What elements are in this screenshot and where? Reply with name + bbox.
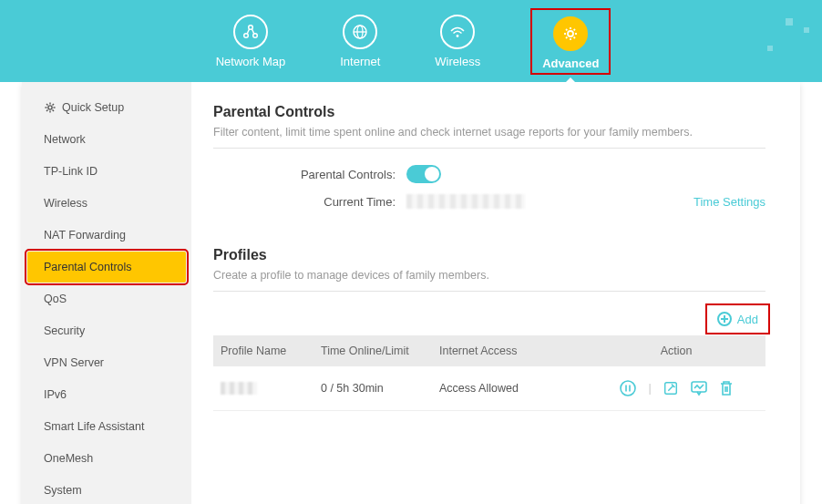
- sidebar-item-label: Network: [44, 133, 86, 146]
- nav-internet[interactable]: Internet: [340, 15, 380, 68]
- svg-point-1: [244, 33, 249, 37]
- sidebar-item-qos[interactable]: QoS: [27, 283, 186, 314]
- network-map-icon: [233, 15, 268, 49]
- main-panel: Parental Controls Filter content, limit …: [191, 82, 800, 504]
- nav-wireless[interactable]: Wireless: [435, 15, 480, 68]
- nav-label: Wireless: [435, 55, 480, 68]
- pause-icon[interactable]: [619, 379, 637, 397]
- insights-icon[interactable]: [690, 380, 708, 396]
- divider: [213, 148, 765, 149]
- col-profile-name: Profile Name: [213, 335, 313, 366]
- edit-icon[interactable]: [663, 380, 679, 396]
- svg-point-25: [621, 381, 635, 396]
- nav-advanced[interactable]: Advanced: [535, 13, 606, 70]
- sidebar-item-tplink-id[interactable]: TP-Link ID: [27, 156, 186, 187]
- svg-point-0: [249, 25, 253, 29]
- plus-icon: [717, 312, 732, 326]
- active-tab-arrow: [560, 77, 581, 88]
- profiles-title: Profiles: [213, 247, 765, 263]
- sidebar-item-label: System: [44, 484, 82, 497]
- page-title: Parental Controls: [213, 104, 765, 120]
- sidebar-item-vpn-server[interactable]: VPN Server: [27, 347, 186, 378]
- svg-line-21: [46, 104, 47, 105]
- nav-label: Network Map: [216, 55, 286, 68]
- sidebar-item-nat-forwarding[interactable]: NAT Forwarding: [27, 220, 186, 251]
- profiles-table: Profile Name Time Online/Limit Internet …: [213, 335, 765, 411]
- svg-line-13: [574, 36, 575, 37]
- svg-line-15: [574, 29, 575, 30]
- internet-access-value: Access Allowed: [432, 366, 587, 411]
- sidebar-item-label: Parental Controls: [44, 261, 132, 273]
- svg-line-12: [566, 29, 567, 30]
- gear-icon: [44, 101, 57, 114]
- sidebar-item-label: Wireless: [44, 197, 87, 210]
- col-access: Internet Access: [432, 335, 587, 366]
- toggle-label: Parental Controls:: [213, 168, 396, 181]
- content-container: Quick Setup Network TP-Link ID Wireless …: [22, 82, 800, 504]
- svg-line-23: [46, 110, 47, 111]
- table-row: 0 / 5h 30min Access Allowed |: [213, 366, 765, 411]
- gear-icon: [553, 16, 588, 51]
- sidebar-item-quick-setup[interactable]: Quick Setup: [27, 92, 186, 123]
- nav-label: Internet: [340, 55, 380, 68]
- sidebar-item-wireless[interactable]: Wireless: [27, 188, 186, 219]
- sidebar-item-ipv6[interactable]: IPv6: [27, 379, 186, 410]
- trash-icon[interactable]: [719, 380, 734, 396]
- parental-toggle-row: Parental Controls:: [213, 165, 765, 183]
- svg-point-16: [48, 106, 52, 109]
- sidebar-item-label: OneMesh: [44, 452, 93, 465]
- col-action: Action: [587, 335, 765, 366]
- parental-controls-toggle[interactable]: [406, 165, 441, 183]
- svg-point-7: [568, 31, 573, 36]
- profiles-desc: Create a profile to manage devices of fa…: [213, 269, 765, 282]
- top-nav: Network Map Internet Wireless Advanced: [0, 0, 822, 82]
- divider: [213, 291, 765, 292]
- time-settings-link[interactable]: Time Settings: [694, 195, 765, 209]
- add-profile-button[interactable]: Add: [710, 308, 765, 330]
- sidebar-item-smart-life[interactable]: Smart Life Assistant: [27, 411, 186, 442]
- add-label: Add: [737, 313, 758, 326]
- sidebar-item-label: Smart Life Assistant: [44, 420, 144, 433]
- sidebar-item-label: Quick Setup: [62, 101, 124, 114]
- sidebar: Quick Setup Network TP-Link ID Wireless …: [22, 82, 191, 504]
- sidebar-item-security[interactable]: Security: [27, 315, 186, 346]
- sidebar-item-label: TP-Link ID: [44, 165, 98, 178]
- globe-icon: [343, 15, 377, 49]
- sidebar-item-label: NAT Forwarding: [44, 229, 126, 242]
- nav-label: Advanced: [542, 57, 599, 70]
- col-time: Time Online/Limit: [313, 335, 432, 366]
- sidebar-item-label: IPv6: [44, 388, 67, 401]
- sidebar-item-label: Security: [44, 324, 85, 337]
- svg-line-24: [53, 104, 54, 105]
- time-online-value: 0 / 5h 30min: [313, 366, 432, 411]
- current-time-value: [406, 194, 525, 209]
- svg-line-22: [53, 110, 54, 111]
- current-time-row: Current Time: Time Settings: [213, 194, 765, 209]
- page-desc: Filter content, limit time spent online …: [213, 126, 765, 139]
- sidebar-item-system[interactable]: System: [27, 475, 186, 504]
- profile-name-value: [221, 382, 257, 395]
- sidebar-item-parental-controls[interactable]: Parental Controls: [27, 252, 186, 283]
- svg-point-6: [457, 35, 459, 37]
- svg-line-14: [566, 36, 567, 37]
- sidebar-item-label: QoS: [44, 293, 67, 305]
- wifi-icon: [440, 15, 475, 49]
- sidebar-item-network[interactable]: Network: [27, 124, 186, 155]
- time-label: Current Time:: [213, 195, 396, 209]
- sidebar-item-onemesh[interactable]: OneMesh: [27, 443, 186, 474]
- svg-point-2: [253, 33, 258, 37]
- sidebar-item-label: VPN Server: [44, 356, 104, 369]
- nav-network-map[interactable]: Network Map: [216, 15, 286, 68]
